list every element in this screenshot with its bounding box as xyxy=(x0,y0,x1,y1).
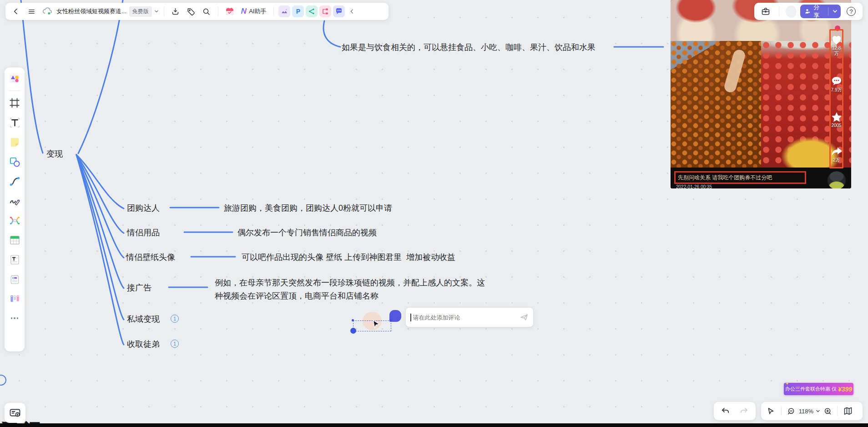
collapse-toolbar-button[interactable] xyxy=(347,5,358,18)
text-caret xyxy=(410,314,411,321)
note-count-badge[interactable]: 1 xyxy=(171,315,179,323)
text-tool[interactable] xyxy=(7,115,22,130)
promo-banner[interactable]: ✦ 办公三件套联合特惠 仅 ¥399 xyxy=(784,383,853,395)
zoom-out-button[interactable] xyxy=(785,404,797,418)
bottom-screen-strip xyxy=(0,423,868,427)
ai-assistant-label: AI助手 xyxy=(249,7,266,15)
share-person-icon xyxy=(805,8,811,15)
divider xyxy=(779,7,779,16)
whiteboard-canvas[interactable]: 变现 如果是与饮食相关的，可以悬挂食品、小吃、咖啡、果汁、饮品和水果 团购达人 … xyxy=(0,0,868,427)
promo-text: 办公三件套联合特惠 仅 xyxy=(785,386,837,392)
photo-candied-fruit xyxy=(671,41,761,169)
promo-sparkle-icon: ✦ xyxy=(785,381,789,386)
undo-button[interactable] xyxy=(719,404,732,418)
divider xyxy=(9,91,20,91)
pages-app-icon[interactable]: P xyxy=(292,5,304,17)
help-button[interactable]: ? xyxy=(844,5,858,18)
frame-tool[interactable] xyxy=(7,95,22,111)
mindmap-node-wallpaper[interactable]: 情侣壁纸头像 xyxy=(126,252,175,262)
comment-icon xyxy=(831,76,843,86)
table-tool[interactable] xyxy=(7,232,22,248)
connector-tool[interactable] xyxy=(7,173,22,189)
zoom-in-button[interactable] xyxy=(822,404,833,418)
zoom-dropdown-icon[interactable] xyxy=(815,408,821,414)
selection-handle[interactable] xyxy=(389,319,392,321)
document-title[interactable]: 女性粉丝领域短视频赛道... xyxy=(56,7,126,15)
pen-tool[interactable] xyxy=(7,193,22,208)
zoom-level-display[interactable]: 118% xyxy=(798,408,814,415)
mindmap-app-icon[interactable] xyxy=(306,5,318,17)
favorite-count: 2005 xyxy=(831,123,841,128)
zoom-toolbar: 118% xyxy=(761,402,863,420)
plan-dropdown-icon[interactable] xyxy=(154,9,159,14)
card-doc-tool[interactable] xyxy=(7,271,22,287)
insert-image-app-icon[interactable] xyxy=(278,5,290,17)
share-count: 2万 xyxy=(833,157,840,163)
back-button[interactable] xyxy=(9,5,23,18)
left-tool-sidebar xyxy=(5,67,25,351)
video-caption-highlight: 先别问啥关系 请我吃个团购券不过分吧 xyxy=(674,171,806,184)
video-date-text: 2022-01-26 00:35 xyxy=(676,184,712,188)
calendar-checkin-button[interactable] xyxy=(223,5,237,18)
divider xyxy=(164,7,164,16)
chat-app-icon[interactable] xyxy=(333,5,345,17)
video-screenshot-card[interactable]: 先别问啥关系 请我吃个团购券不过分吧 2022-01-26 00:35 12.8… xyxy=(671,0,851,188)
comment-count: 7.9万 xyxy=(831,87,842,93)
mindmap-node-groupbuy[interactable]: 团购达人 xyxy=(127,203,160,213)
toolbox-button[interactable] xyxy=(759,5,772,18)
mindmap-note-groupbuy[interactable]: 旅游团购，美食团购，团购达人0粉就可以申请 xyxy=(224,203,392,213)
share-dropdown-icon[interactable] xyxy=(831,9,839,14)
note-count-badge[interactable]: 1 xyxy=(171,340,179,348)
divider xyxy=(828,7,828,15)
mindmap-node-couple-goods[interactable]: 情侣用品 xyxy=(127,228,160,238)
mindmap-node-private-domain[interactable]: 私域变现 xyxy=(127,314,160,324)
cloud-sync-icon xyxy=(40,5,54,18)
mindmap-node-apprentice[interactable]: 收取徒弟 xyxy=(127,339,160,349)
redo-button[interactable] xyxy=(737,404,751,418)
like-count: 12.8万 xyxy=(831,46,843,57)
minimap-button[interactable] xyxy=(841,404,855,418)
mindmap-note-ads[interactable]: 例如，在母亲节那天突然发布一段珍珠项链的视频，并配上感人的文案。这种视频会在评论… xyxy=(215,276,490,303)
like-icon xyxy=(831,34,843,45)
engagement-rail-highlight: 12.8万 7.9万 2005 2万 xyxy=(829,29,843,168)
user-avatar[interactable] xyxy=(786,5,797,18)
video-caption-text: 先别问啥关系 请我吃个团购券不过分吧 xyxy=(676,174,774,182)
favorite-star-icon xyxy=(831,112,843,122)
share-arrow-icon xyxy=(831,147,843,157)
promo-price: ¥399 xyxy=(838,386,852,393)
templates-tool[interactable] xyxy=(7,71,22,86)
comment-input-box[interactable] xyxy=(406,308,533,327)
mindmap-note-couple-goods[interactable]: 偶尔发布一个专门销售情侣商品的视频 xyxy=(237,228,377,238)
header-right-toolbar: 分享 ? xyxy=(754,3,863,20)
more-tools-button[interactable] xyxy=(7,310,22,326)
divider xyxy=(273,7,274,16)
shapes-tool[interactable] xyxy=(7,154,22,169)
mindmap-node-root[interactable]: 变现 xyxy=(46,149,63,159)
tag-button[interactable] xyxy=(184,5,198,18)
comment-input[interactable] xyxy=(412,314,520,321)
select-pointer-button[interactable] xyxy=(764,404,777,418)
selection-handle[interactable] xyxy=(350,328,356,334)
presentation-mode-button[interactable] xyxy=(5,403,25,423)
mouse-cursor xyxy=(371,319,381,330)
mindmap-tool[interactable] xyxy=(7,213,22,228)
share-button-label: 分享 xyxy=(813,3,823,20)
kanban-tool[interactable] xyxy=(7,291,22,306)
send-comment-icon[interactable] xyxy=(520,313,529,322)
sticky-note-tool[interactable] xyxy=(7,134,22,150)
mindmap-node-ads[interactable]: 接广告 xyxy=(127,283,151,293)
ai-logo-icon: N xyxy=(241,7,247,16)
mindmap-note-wallpaper[interactable]: 可以吧作品出现的头像 壁纸 上传到神图君里 增加被动收益 xyxy=(242,252,455,262)
selection-handle[interactable] xyxy=(352,319,354,321)
text-document-tool[interactable] xyxy=(7,252,22,267)
undo-redo-toolbar xyxy=(714,402,756,420)
divider xyxy=(781,407,782,416)
export-download-button[interactable] xyxy=(169,5,182,18)
ai-assistant-button[interactable]: N AI助手 xyxy=(238,5,269,18)
plan-badge[interactable]: 免费版 xyxy=(129,6,152,17)
main-menu-button[interactable] xyxy=(25,5,38,18)
flowchart-app-icon[interactable] xyxy=(319,5,331,17)
search-button[interactable] xyxy=(200,5,213,18)
share-button[interactable]: 分享 xyxy=(800,5,841,18)
mindmap-note-food[interactable]: 如果是与饮食相关的，可以悬挂食品、小吃、咖啡、果汁、饮品和水果 xyxy=(342,42,595,52)
